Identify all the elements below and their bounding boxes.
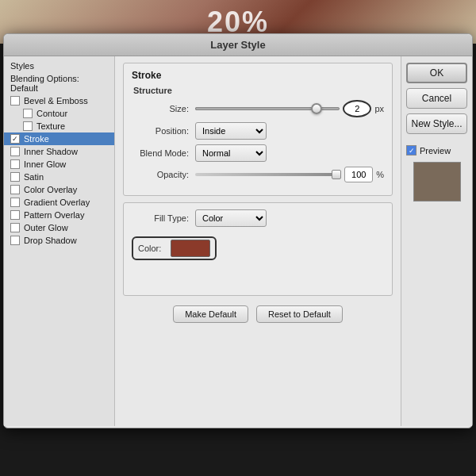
stroke-checkbox[interactable] bbox=[10, 134, 20, 144]
preview-swatch-container bbox=[406, 162, 467, 202]
opacity-label: Opacity: bbox=[132, 170, 195, 179]
preview-checkbox[interactable] bbox=[406, 145, 416, 155]
stroke-section-title: Stroke bbox=[132, 70, 384, 81]
opacity-slider-container: % bbox=[195, 167, 384, 182]
sidebar-item-inner-shadow[interactable]: Inner Shadow bbox=[4, 145, 114, 158]
outer-glow-checkbox[interactable] bbox=[10, 223, 20, 232]
opacity-input[interactable] bbox=[344, 167, 373, 182]
fill-type-label: Fill Type: bbox=[132, 213, 195, 223]
sidebar-item-bevel-emboss[interactable]: Bevel & Emboss bbox=[4, 94, 114, 107]
blend-mode-label: Blend Mode: bbox=[132, 148, 195, 158]
sidebar-item-gradient-overlay[interactable]: Gradient Overlay bbox=[4, 196, 114, 209]
dialog-body: Styles Blending Options: Default Bevel &… bbox=[4, 56, 472, 426]
inner-glow-checkbox[interactable] bbox=[10, 159, 20, 169]
sidebar-item-label: Texture bbox=[36, 121, 65, 131]
sidebar-item-label: Inner Glow bbox=[24, 159, 66, 169]
sidebar-item-blending-options[interactable]: Blending Options: Default bbox=[4, 72, 114, 94]
satin-checkbox[interactable] bbox=[10, 172, 20, 182]
dialog-title: Layer Style bbox=[210, 39, 265, 51]
preview-section: Preview bbox=[406, 144, 467, 202]
opacity-unit: % bbox=[376, 170, 384, 179]
color-swatch[interactable] bbox=[171, 240, 210, 257]
sidebar-item-label: Outer Glow bbox=[24, 223, 68, 232]
pattern-overlay-checkbox[interactable] bbox=[10, 210, 20, 220]
sidebar-item-pattern-overlay[interactable]: Pattern Overlay bbox=[4, 209, 114, 221]
make-default-button[interactable]: Make Default bbox=[173, 305, 248, 323]
sidebar-item-label: Gradient Overlay bbox=[24, 198, 90, 207]
sidebar-item-outer-glow[interactable]: Outer Glow bbox=[4, 221, 114, 234]
sidebar-item-texture[interactable]: Texture bbox=[4, 120, 114, 132]
layer-style-dialog: Layer Style Styles Blending Options: Def… bbox=[3, 33, 473, 428]
sidebar-item-label: Stroke bbox=[24, 134, 49, 144]
drop-shadow-checkbox[interactable] bbox=[10, 236, 20, 245]
sidebar-item-contour[interactable]: Contour bbox=[4, 107, 114, 120]
gradient-overlay-checkbox[interactable] bbox=[10, 198, 20, 207]
sidebar-item-label: Satin bbox=[24, 172, 44, 182]
fill-type-row: Fill Type: Color Gradient Pattern bbox=[132, 209, 384, 227]
ok-button[interactable]: OK bbox=[406, 63, 467, 83]
preview-swatch bbox=[413, 162, 461, 202]
blend-mode-row: Blend Mode: Normal Multiply Screen Overl… bbox=[132, 144, 384, 162]
color-label: Color: bbox=[138, 244, 166, 253]
reset-default-button[interactable]: Reset to Default bbox=[256, 305, 343, 323]
sidebar-item-inner-glow[interactable]: Inner Glow bbox=[4, 158, 114, 171]
cancel-button[interactable]: Cancel bbox=[406, 88, 467, 109]
position-select[interactable]: Inside Outside Center bbox=[195, 122, 267, 140]
new-style-button[interactable]: New Style... bbox=[406, 113, 467, 134]
sidebar-item-label: Drop Shadow bbox=[24, 236, 77, 245]
size-slider[interactable] bbox=[195, 107, 340, 110]
sidebar-item-label: Color Overlay bbox=[24, 185, 77, 194]
sidebar-item-satin[interactable]: Satin bbox=[4, 171, 114, 183]
preview-label-text: Preview bbox=[420, 146, 451, 155]
sidebar-item-label: Pattern Overlay bbox=[24, 210, 84, 220]
opacity-row: Opacity: % bbox=[132, 167, 384, 182]
opacity-slider[interactable] bbox=[195, 173, 341, 176]
preview-label-row: Preview bbox=[406, 144, 467, 157]
sidebar-item-label: Contour bbox=[36, 109, 67, 118]
size-unit: px bbox=[374, 104, 384, 113]
fill-type-select[interactable]: Color Gradient Pattern bbox=[195, 209, 267, 227]
inner-shadow-checkbox[interactable] bbox=[10, 147, 20, 156]
structure-subtitle: Structure bbox=[132, 86, 384, 95]
color-overlay-checkbox[interactable] bbox=[10, 185, 20, 194]
sidebar-item-drop-shadow[interactable]: Drop Shadow bbox=[4, 234, 114, 247]
size-slider-container: px bbox=[195, 100, 384, 117]
bevel-emboss-checkbox[interactable] bbox=[10, 96, 20, 106]
sidebar-item-label: Blending Options: Default bbox=[10, 74, 108, 93]
main-content: Stroke Structure Size: px bbox=[115, 56, 401, 426]
fill-content: Color: bbox=[132, 233, 384, 289]
size-row: Size: px bbox=[132, 100, 384, 117]
sidebar-item-label: Inner Shadow bbox=[24, 147, 78, 156]
contour-checkbox[interactable] bbox=[23, 109, 33, 118]
color-oval: Color: bbox=[132, 236, 217, 260]
action-panel: OK Cancel New Style... Preview bbox=[401, 56, 472, 426]
size-slider-thumb[interactable] bbox=[311, 103, 322, 114]
sidebar-item-styles[interactable]: Styles bbox=[4, 60, 114, 72]
fill-section: Fill Type: Color Gradient Pattern Color: bbox=[123, 202, 393, 296]
position-row: Position: Inside Outside Center bbox=[132, 122, 384, 140]
sidebar-item-label: Styles bbox=[10, 61, 34, 71]
sidebar: Styles Blending Options: Default Bevel &… bbox=[4, 56, 115, 426]
stroke-section: Stroke Structure Size: px bbox=[123, 63, 393, 196]
sidebar-item-label: Bevel & Emboss bbox=[24, 96, 88, 106]
position-label: Position: bbox=[132, 126, 195, 136]
buttons-row: Make Default Reset to Default bbox=[123, 302, 393, 329]
texture-checkbox[interactable] bbox=[23, 121, 33, 131]
dialog-titlebar: Layer Style bbox=[4, 34, 472, 56]
opacity-thumb[interactable] bbox=[332, 170, 341, 179]
sidebar-item-stroke[interactable]: Stroke bbox=[4, 132, 114, 145]
sidebar-item-color-overlay[interactable]: Color Overlay bbox=[4, 183, 114, 196]
size-label: Size: bbox=[132, 104, 195, 113]
size-input[interactable] bbox=[343, 100, 371, 117]
blend-mode-select[interactable]: Normal Multiply Screen Overlay bbox=[195, 144, 267, 162]
